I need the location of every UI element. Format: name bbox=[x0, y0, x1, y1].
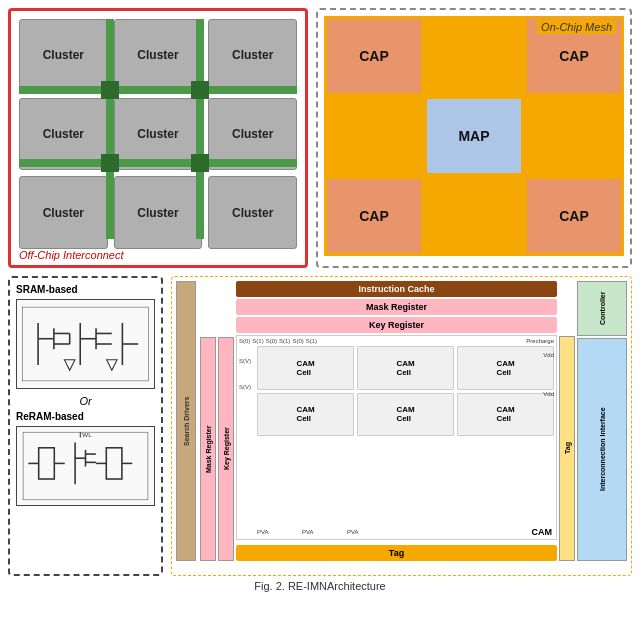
figure-caption: Fig. 2. RE-IMNArchitecture bbox=[8, 580, 632, 592]
cluster-cell-8: Cluster bbox=[208, 176, 297, 249]
mesh-panel-label: On-Chip Mesh bbox=[537, 20, 616, 34]
sram-panel: SRAM-based bbox=[8, 276, 163, 576]
sig-s0c: S(0) bbox=[292, 338, 303, 344]
cluster-grid: Cluster Cluster Cluster Cluster Cluster … bbox=[19, 19, 297, 249]
arch-detail: Search Drivers Mask Register Key Registe… bbox=[176, 281, 627, 561]
state-labels: S(V) S(V) bbox=[239, 358, 251, 390]
search-drivers-label: Search Drivers bbox=[176, 281, 196, 561]
cluster-cell-2: Cluster bbox=[208, 19, 297, 92]
cluster-grid-wrapper: Cluster Cluster Cluster Cluster Cluster … bbox=[19, 19, 297, 239]
bottom-row: SRAM-based bbox=[8, 276, 632, 576]
cluster-cell-6: Cluster bbox=[19, 176, 108, 249]
sig-s1b: S(1) bbox=[279, 338, 290, 344]
cluster-panel-label: Off-Chip Interconnect bbox=[19, 249, 124, 261]
state-s0v: S(V) bbox=[239, 358, 251, 364]
mesh-panel: On-Chip Mesh CAP CAP MAP CAP CAP bbox=[316, 8, 632, 268]
controller-box: Controller bbox=[577, 281, 627, 336]
main-container: Cluster Cluster Cluster Cluster Cluster … bbox=[0, 0, 640, 632]
cam-cell-1: CAMCell bbox=[357, 346, 454, 390]
pva-label3: PVA bbox=[347, 529, 359, 535]
mesh-cell-6: CAP bbox=[324, 176, 424, 256]
cluster-cell-1: Cluster bbox=[114, 19, 203, 92]
tag-col: Tag bbox=[559, 281, 575, 561]
cluster-cell-7: Cluster bbox=[114, 176, 203, 249]
cam-cell-3: CAMCell bbox=[257, 393, 354, 437]
connector-1 bbox=[101, 81, 119, 99]
reram-title: ReRAM-based bbox=[16, 411, 155, 422]
search-drivers-col: Search Drivers bbox=[176, 281, 198, 561]
mesh-right-mid bbox=[524, 96, 624, 176]
precharge-label: Precharge bbox=[526, 338, 554, 344]
connector-3 bbox=[101, 154, 119, 172]
cam-cell-4: CAMCell bbox=[357, 393, 454, 437]
mesh-map-cell: MAP bbox=[424, 96, 524, 176]
pva-label1: PVA bbox=[257, 529, 269, 535]
key-register: Key Register bbox=[236, 317, 557, 333]
arch-panel: Search Drivers Mask Register Key Registe… bbox=[171, 276, 632, 576]
mesh-cell-0: CAP bbox=[324, 16, 424, 96]
mesh-left-mid bbox=[324, 96, 424, 176]
mask-reg-vert-label: Mask Register bbox=[200, 337, 216, 561]
sig-s0b: S(0) bbox=[266, 338, 277, 344]
connector-2 bbox=[191, 81, 209, 99]
sram-circuit-svg bbox=[17, 300, 154, 388]
tag-bottom-bar: Tag bbox=[236, 545, 557, 561]
green-hline-2 bbox=[19, 159, 297, 167]
mesh-center-top bbox=[424, 16, 524, 96]
interconnect-iface: Interconnection Interface bbox=[577, 338, 627, 561]
state-s1v: S(V) bbox=[239, 384, 251, 390]
top-row: Cluster Cluster Cluster Cluster Cluster … bbox=[8, 8, 632, 268]
svg-text:WL: WL bbox=[82, 431, 92, 438]
or-text: Or bbox=[16, 395, 155, 407]
instruction-cache: Instruction Cache bbox=[236, 281, 557, 297]
green-hline-1 bbox=[19, 86, 297, 94]
svg-rect-25 bbox=[106, 448, 122, 479]
reram-circuit-box: WL bbox=[16, 426, 155, 506]
arch-main-col: Instruction Cache Mask Register Key Regi… bbox=[236, 281, 557, 561]
pva-label2: PVA bbox=[302, 529, 314, 535]
key-labels-col: Key Register bbox=[218, 281, 234, 561]
sig-s1: S(1) bbox=[252, 338, 263, 344]
right-panels: Controller Interconnection Interface bbox=[577, 281, 627, 561]
sig-s1c: S(1) bbox=[306, 338, 317, 344]
key-reg-vert-label: Key Register bbox=[218, 337, 234, 561]
cam-area: S(0) S(1) S(0) S(1) S(0) S(1) S(V) S(V) bbox=[236, 335, 557, 540]
tag-vert-label: Tag bbox=[559, 336, 575, 561]
connector-4 bbox=[191, 154, 209, 172]
green-vline-1 bbox=[106, 19, 114, 239]
sig-s0: S(0) bbox=[239, 338, 250, 344]
svg-rect-17 bbox=[39, 448, 55, 479]
mesh-grid: CAP CAP MAP CAP CAP bbox=[324, 16, 624, 256]
svg-marker-15 bbox=[107, 360, 118, 371]
vdd-label1: Vdd bbox=[543, 352, 554, 358]
signal-lines: S(0) S(1) S(0) S(1) S(0) S(1) bbox=[239, 338, 554, 344]
cam-cell-5: CAMCell bbox=[457, 393, 554, 437]
cluster-panel: Cluster Cluster Cluster Cluster Cluster … bbox=[8, 8, 308, 268]
vdd-label2: Vdd bbox=[543, 391, 554, 397]
cluster-cell-0: Cluster bbox=[19, 19, 108, 92]
svg-marker-14 bbox=[64, 360, 75, 371]
cam-grid: CAMCell CAMCell CAMCell CAMCell CAMCell … bbox=[257, 346, 554, 436]
reg-labels-col: Mask Register bbox=[200, 281, 216, 561]
cam-cell-0: CAMCell bbox=[257, 346, 354, 390]
mesh-center-bot bbox=[424, 176, 524, 256]
sram-title: SRAM-based bbox=[16, 284, 155, 295]
mesh-grid-container: On-Chip Mesh CAP CAP MAP CAP CAP bbox=[324, 16, 624, 256]
green-vline-2 bbox=[196, 19, 204, 239]
mesh-cell-8: CAP bbox=[524, 176, 624, 256]
sram-circuit-box bbox=[16, 299, 155, 389]
reram-circuit-svg: WL bbox=[17, 427, 154, 505]
cam-main-label: CAM bbox=[532, 527, 553, 537]
cam-cell-2: CAMCell bbox=[457, 346, 554, 390]
mask-register: Mask Register bbox=[236, 299, 557, 315]
